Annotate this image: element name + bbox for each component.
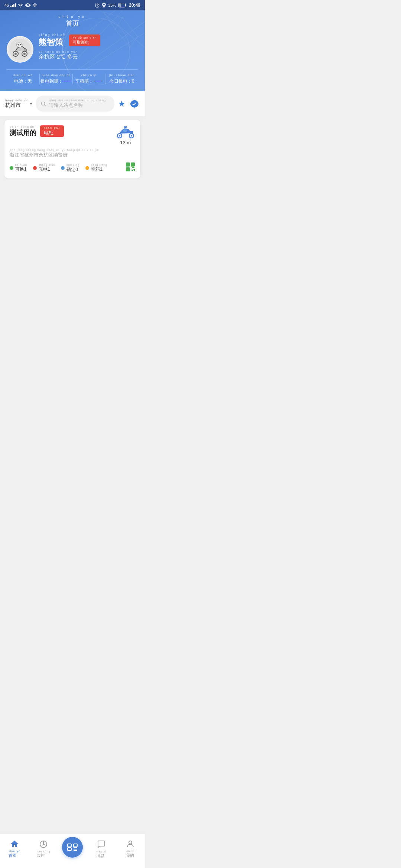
- svg-rect-41: [127, 164, 129, 165]
- station-stats: kě huàn 可换1 chōng diàn 充电1 suǒ dìng 锁定0: [10, 162, 135, 174]
- content-area: cè shì yòng de 测试用的 diàn guì 电柜: [0, 120, 145, 241]
- weather-text: 余杭区 2℃ 多云: [39, 53, 78, 60]
- user-info: xióng zhì cè 熊智策 kě qǔ xīn diàn 可取新电 yú …: [39, 33, 138, 66]
- page-title: shǒu yè 首页: [7, 15, 138, 28]
- carrier-text: 46: [4, 3, 9, 7]
- svg-point-27: [23, 53, 26, 55]
- svg-point-30: [20, 44, 21, 45]
- status-right: 35% 20:49: [95, 3, 140, 8]
- svg-point-26: [14, 53, 17, 55]
- weather-info: yú háng qū duō yún 余杭区 2℃ 多云: [39, 50, 138, 60]
- search-area: háng zhōu shì 杭州市 ▾ qǐng shū rù zhàn diǎ…: [0, 91, 145, 116]
- user-name-row: xióng zhì cè 熊智策 kě qǔ xīn diàn 可取新电: [39, 33, 138, 48]
- dot-green-icon: [10, 166, 13, 170]
- stat-expire-value: 换电到期：一一: [40, 79, 72, 84]
- page-title-pinyin: shǒu yè: [7, 15, 138, 19]
- stat-battery: diàn chí wú 电池：无: [7, 73, 39, 85]
- user-row: xióng zhì cè 熊智策 kě qǔ xīn diàn 可取新电 yú …: [7, 33, 138, 66]
- usb-icon: [32, 3, 38, 8]
- city-name: 杭州市: [5, 102, 21, 108]
- svg-rect-3: [119, 4, 121, 7]
- eye-icon: [25, 3, 31, 7]
- signal-icon: [10, 3, 16, 7]
- stat-kongxiang: kōng xiāng 空箱1: [85, 164, 107, 172]
- time-text: 20:49: [129, 3, 140, 8]
- search-icon: [41, 101, 46, 106]
- stat-chongdian: chōng diàn 充电1: [33, 164, 55, 172]
- battery-text: 35%: [108, 3, 116, 7]
- stat-today-swap: jīn rì huàn diàn 今日换电：6: [105, 73, 138, 85]
- user-name: 熊智策: [39, 37, 63, 47]
- stat-today-swap-pinyin: jīn rì huàn diàn: [105, 73, 138, 77]
- chevron-down-icon: ▾: [30, 102, 32, 106]
- weather-pinyin: yú háng qū duō yún: [39, 50, 138, 53]
- user-name-pinyin: xióng zhì cè: [39, 33, 65, 37]
- status-bar: 46 35%: [0, 0, 145, 10]
- badge-pinyin: kě qǔ xīn diàn: [73, 36, 97, 40]
- svg-rect-42: [132, 164, 134, 165]
- dot-orange-icon: [85, 166, 89, 170]
- station-name: 测试用的: [10, 129, 36, 137]
- status-left: 46: [4, 3, 38, 8]
- stats-row: diàn chí wú 电池：无 huàn diàn dào qī 换电到期：一…: [7, 69, 138, 85]
- dot-blue-icon: [61, 166, 65, 170]
- stat-battery-value: 电池：无: [14, 79, 32, 84]
- svg-point-34: [119, 135, 120, 137]
- station-scooter-icon: [116, 125, 135, 138]
- battery-icon: [118, 3, 127, 7]
- search-placeholder: qǐng shū rù zhàn diǎn míng chēng 请输入站点名称: [49, 99, 106, 109]
- qr-icon[interactable]: [125, 162, 135, 174]
- station-distance: 13 m: [120, 140, 131, 145]
- dot-red-icon: [33, 166, 37, 170]
- svg-point-28: [16, 43, 22, 47]
- svg-point-29: [18, 44, 19, 45]
- badge-kequxin[interactable]: kě qǔ xīn diàn 可取新电: [69, 34, 100, 47]
- station-name-row: cè shì yòng de 测试用的 diàn guì 电柜: [10, 125, 64, 137]
- stat-expire: huàn diàn dào qī 换电到期：一一: [40, 73, 72, 85]
- city-selector[interactable]: háng zhōu shì 杭州市 ▾: [5, 99, 32, 109]
- station-address: zhè jiāng shěng háng zhōu shì yú háng qū…: [10, 148, 135, 158]
- stat-rent-pinyin: chē zū qī: [73, 73, 105, 77]
- stat-suoding: suǒ dìng 锁定0: [61, 164, 79, 173]
- station-card[interactable]: cè shì yòng de 测试用的 diàn guì 电柜: [4, 120, 140, 178]
- station-card-header: cè shì yòng de 测试用的 diàn guì 电柜: [10, 125, 135, 145]
- tag-diangui: diàn guì 电柜: [40, 125, 64, 137]
- station-name-pinyin: cè shì yòng de: [10, 125, 36, 128]
- avatar-scooter-icon: [9, 39, 31, 60]
- search-input-wrap[interactable]: qǐng shū rù zhàn diǎn míng chēng 请输入站点名称: [36, 96, 114, 112]
- stat-kehuan: kě huàn 可换1: [10, 164, 27, 172]
- svg-rect-37: [123, 129, 127, 132]
- svg-rect-43: [127, 168, 129, 170]
- avatar[interactable]: [7, 36, 33, 63]
- hero-section: shǒu yè 首页: [0, 10, 145, 91]
- stat-rent: chē zū qī 车租期：一一: [73, 73, 105, 85]
- stat-today-swap-value: 今日换电：6: [110, 79, 134, 84]
- map-icon[interactable]: [129, 99, 140, 108]
- city-pinyin: háng zhōu shì: [5, 99, 29, 102]
- svg-point-0: [27, 5, 29, 6]
- alarm-icon: [95, 3, 100, 8]
- stat-battery-pinyin: diàn chí wú: [7, 73, 39, 77]
- svg-point-35: [131, 135, 132, 137]
- favorite-icon[interactable]: ★: [118, 99, 125, 109]
- station-right: 13 m: [116, 125, 135, 145]
- stat-rent-value: 车租期：一一: [75, 79, 102, 84]
- location-icon: [102, 3, 106, 8]
- stat-expire-pinyin: huàn diàn dào qī: [40, 73, 72, 77]
- svg-rect-36: [130, 131, 133, 134]
- wifi-icon: [17, 3, 23, 7]
- station-address-pinyin: zhè jiāng shěng háng zhōu shì yú háng qū…: [10, 148, 135, 152]
